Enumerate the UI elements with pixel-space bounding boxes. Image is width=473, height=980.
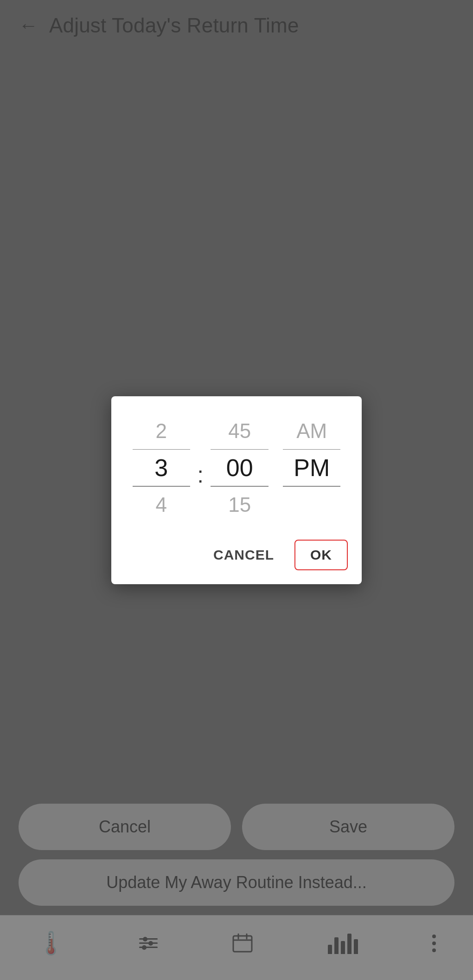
period-selected[interactable]: PM [275,451,348,484]
minute-divider-top [211,449,268,450]
hour-divider-top [133,449,190,450]
dialog-cancel-button[interactable]: CANCEL [202,540,285,570]
minute-selected[interactable]: 00 [204,451,276,484]
time-separator: : [198,462,204,492]
minute-below[interactable]: 15 [204,489,276,521]
hour-column: 2 3 4 [125,415,198,521]
hour-divider-bottom [133,486,190,487]
hour-below[interactable]: 4 [125,489,198,521]
period-divider-top [283,449,340,450]
dialog-ok-button[interactable]: OK [294,540,348,570]
period-divider-bottom [283,486,340,487]
hour-selected[interactable]: 3 [125,451,198,484]
minute-column: 45 00 15 [204,415,276,521]
dialog-overlay: 2 3 4 : 45 00 15 AM [0,0,473,980]
period-below[interactable] [275,489,348,521]
time-picker-dialog: 2 3 4 : 45 00 15 AM [111,396,362,584]
hour-above[interactable]: 2 [125,415,198,447]
minute-above[interactable]: 45 [204,415,276,447]
time-picker-columns: 2 3 4 : 45 00 15 AM [125,415,348,521]
period-column: AM PM [275,415,348,521]
period-above[interactable]: AM [275,415,348,447]
minute-divider-bottom [211,486,268,487]
time-picker-body: 2 3 4 : 45 00 15 AM [111,396,362,530]
dialog-actions: CANCEL OK [111,530,362,584]
